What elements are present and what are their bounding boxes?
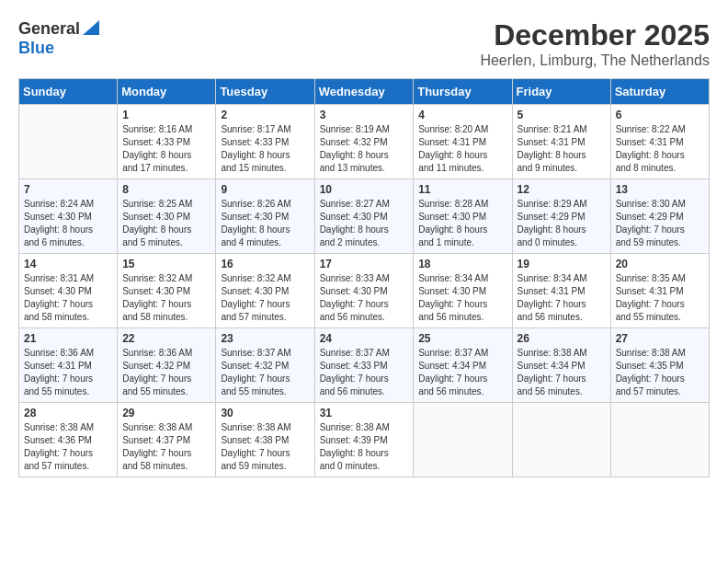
calendar-day-cell: 18Sunrise: 8:34 AMSunset: 4:30 PMDayligh…	[414, 254, 512, 328]
day-info: Sunrise: 8:36 AMSunset: 4:31 PMDaylight:…	[24, 347, 112, 398]
day-info: Sunrise: 8:20 AMSunset: 4:31 PMDaylight:…	[418, 123, 506, 175]
day-number: 30	[221, 407, 309, 419]
day-info: Sunrise: 8:24 AMSunset: 4:30 PMDaylight:…	[24, 198, 112, 249]
day-number: 5	[518, 109, 606, 121]
calendar-week-row: 21Sunrise: 8:36 AMSunset: 4:31 PMDayligh…	[19, 328, 710, 403]
day-number: 24	[320, 332, 409, 345]
day-number: 18	[418, 258, 506, 270]
calendar-day-cell: 29Sunrise: 8:38 AMSunset: 4:37 PMDayligh…	[118, 403, 216, 477]
calendar-week-row: 14Sunrise: 8:31 AMSunset: 4:30 PMDayligh…	[19, 254, 710, 328]
day-number: 14	[24, 258, 112, 270]
calendar-day-cell: 31Sunrise: 8:38 AMSunset: 4:39 PMDayligh…	[314, 403, 414, 477]
day-info: Sunrise: 8:31 AMSunset: 4:30 PMDaylight:…	[24, 272, 112, 324]
calendar-day-cell: 27Sunrise: 8:38 AMSunset: 4:35 PMDayligh…	[610, 328, 709, 403]
day-number: 21	[24, 332, 112, 345]
title-section: December 2025 Heerlen, Limburg, The Neth…	[480, 18, 710, 69]
weekday-header-row: SundayMondayTuesdayWednesdayThursdayFrid…	[19, 79, 710, 105]
day-info: Sunrise: 8:38 AMSunset: 4:39 PMDaylight:…	[320, 421, 409, 473]
calendar-day-cell: 12Sunrise: 8:29 AMSunset: 4:29 PMDayligh…	[512, 179, 610, 254]
day-number: 6	[616, 109, 704, 121]
day-number: 3	[320, 109, 409, 121]
calendar-day-cell: 4Sunrise: 8:20 AMSunset: 4:31 PMDaylight…	[414, 105, 512, 179]
calendar-day-cell: 3Sunrise: 8:19 AMSunset: 4:32 PMDaylight…	[314, 105, 414, 179]
day-number: 29	[122, 407, 210, 419]
day-info: Sunrise: 8:28 AMSunset: 4:30 PMDaylight:…	[418, 198, 506, 249]
day-info: Sunrise: 8:36 AMSunset: 4:32 PMDaylight:…	[122, 347, 210, 398]
calendar-day-cell: 14Sunrise: 8:31 AMSunset: 4:30 PMDayligh…	[19, 254, 118, 328]
day-number: 19	[518, 258, 606, 270]
day-number: 7	[24, 183, 112, 196]
calendar-week-row: 7Sunrise: 8:24 AMSunset: 4:30 PMDaylight…	[19, 179, 710, 254]
day-number: 22	[122, 332, 210, 345]
calendar-day-cell: 30Sunrise: 8:38 AMSunset: 4:38 PMDayligh…	[216, 403, 314, 477]
day-number: 11	[418, 183, 506, 196]
day-info: Sunrise: 8:34 AMSunset: 4:31 PMDaylight:…	[518, 272, 606, 324]
location-title: Heerlen, Limburg, The Netherlands	[480, 52, 710, 69]
day-info: Sunrise: 8:27 AMSunset: 4:30 PMDaylight:…	[320, 198, 409, 249]
day-info: Sunrise: 8:21 AMSunset: 4:31 PMDaylight:…	[518, 123, 606, 175]
day-info: Sunrise: 8:35 AMSunset: 4:31 PMDaylight:…	[616, 272, 704, 324]
calendar-day-cell: 24Sunrise: 8:37 AMSunset: 4:33 PMDayligh…	[314, 328, 414, 403]
day-number: 2	[221, 109, 309, 121]
calendar-day-cell: 19Sunrise: 8:34 AMSunset: 4:31 PMDayligh…	[512, 254, 610, 328]
day-number: 12	[518, 183, 606, 196]
day-number: 23	[221, 332, 309, 345]
month-title: December 2025	[480, 18, 710, 52]
day-info: Sunrise: 8:25 AMSunset: 4:30 PMDaylight:…	[122, 198, 210, 249]
logo-blue-text: Blue	[18, 39, 54, 57]
calendar-day-cell: 21Sunrise: 8:36 AMSunset: 4:31 PMDayligh…	[19, 328, 118, 403]
weekday-header-wednesday: Wednesday	[314, 79, 414, 105]
day-number: 15	[122, 258, 210, 270]
weekday-header-saturday: Saturday	[610, 79, 709, 105]
calendar-day-cell: 25Sunrise: 8:37 AMSunset: 4:34 PMDayligh…	[414, 328, 512, 403]
calendar-day-cell: 22Sunrise: 8:36 AMSunset: 4:32 PMDayligh…	[118, 328, 216, 403]
day-info: Sunrise: 8:30 AMSunset: 4:29 PMDaylight:…	[616, 198, 704, 249]
day-info: Sunrise: 8:29 AMSunset: 4:29 PMDaylight:…	[518, 198, 606, 249]
calendar-day-cell: 28Sunrise: 8:38 AMSunset: 4:36 PMDayligh…	[19, 403, 118, 477]
day-info: Sunrise: 8:33 AMSunset: 4:30 PMDaylight:…	[320, 272, 409, 324]
day-info: Sunrise: 8:37 AMSunset: 4:32 PMDaylight:…	[221, 347, 309, 398]
calendar-day-cell: 6Sunrise: 8:22 AMSunset: 4:31 PMDaylight…	[610, 105, 709, 179]
calendar-day-cell: 13Sunrise: 8:30 AMSunset: 4:29 PMDayligh…	[610, 179, 709, 254]
day-number: 4	[418, 109, 506, 121]
day-info: Sunrise: 8:32 AMSunset: 4:30 PMDaylight:…	[221, 272, 309, 324]
calendar-day-cell: 5Sunrise: 8:21 AMSunset: 4:31 PMDaylight…	[512, 105, 610, 179]
weekday-header-friday: Friday	[512, 79, 610, 105]
svg-marker-0	[83, 20, 99, 35]
day-number: 17	[320, 258, 409, 270]
calendar-day-cell: 26Sunrise: 8:38 AMSunset: 4:34 PMDayligh…	[512, 328, 610, 403]
calendar-day-cell: 20Sunrise: 8:35 AMSunset: 4:31 PMDayligh…	[610, 254, 709, 328]
calendar-day-cell	[512, 403, 610, 477]
day-number: 13	[616, 183, 704, 196]
day-info: Sunrise: 8:26 AMSunset: 4:30 PMDaylight:…	[221, 198, 309, 249]
day-info: Sunrise: 8:19 AMSunset: 4:32 PMDaylight:…	[320, 123, 409, 175]
calendar-table: SundayMondayTuesdayWednesdayThursdayFrid…	[18, 78, 710, 477]
weekday-header-sunday: Sunday	[19, 79, 118, 105]
weekday-header-tuesday: Tuesday	[216, 79, 314, 105]
calendar-week-row: 28Sunrise: 8:38 AMSunset: 4:36 PMDayligh…	[19, 403, 710, 477]
day-info: Sunrise: 8:38 AMSunset: 4:34 PMDaylight:…	[518, 347, 606, 398]
calendar-day-cell: 1Sunrise: 8:16 AMSunset: 4:33 PMDaylight…	[118, 105, 216, 179]
day-number: 20	[616, 258, 704, 270]
weekday-header-monday: Monday	[118, 79, 216, 105]
day-info: Sunrise: 8:17 AMSunset: 4:33 PMDaylight:…	[221, 123, 309, 175]
logo-arrow-icon	[83, 20, 99, 39]
day-info: Sunrise: 8:16 AMSunset: 4:33 PMDaylight:…	[122, 123, 210, 175]
day-info: Sunrise: 8:38 AMSunset: 4:38 PMDaylight:…	[221, 421, 309, 473]
calendar-week-row: 1Sunrise: 8:16 AMSunset: 4:33 PMDaylight…	[19, 105, 710, 179]
day-number: 9	[221, 183, 309, 196]
day-info: Sunrise: 8:22 AMSunset: 4:31 PMDaylight:…	[616, 123, 704, 175]
day-info: Sunrise: 8:37 AMSunset: 4:33 PMDaylight:…	[320, 347, 409, 398]
calendar-day-cell: 11Sunrise: 8:28 AMSunset: 4:30 PMDayligh…	[414, 179, 512, 254]
day-info: Sunrise: 8:38 AMSunset: 4:36 PMDaylight:…	[24, 421, 112, 473]
calendar-day-cell: 23Sunrise: 8:37 AMSunset: 4:32 PMDayligh…	[216, 328, 314, 403]
day-number: 28	[24, 407, 112, 419]
day-number: 10	[320, 183, 409, 196]
calendar-day-cell	[610, 403, 709, 477]
calendar-day-cell: 9Sunrise: 8:26 AMSunset: 4:30 PMDaylight…	[216, 179, 314, 254]
day-number: 25	[418, 332, 506, 345]
calendar-day-cell: 16Sunrise: 8:32 AMSunset: 4:30 PMDayligh…	[216, 254, 314, 328]
day-number: 26	[518, 332, 606, 345]
day-number: 16	[221, 258, 309, 270]
day-number: 31	[320, 407, 409, 419]
